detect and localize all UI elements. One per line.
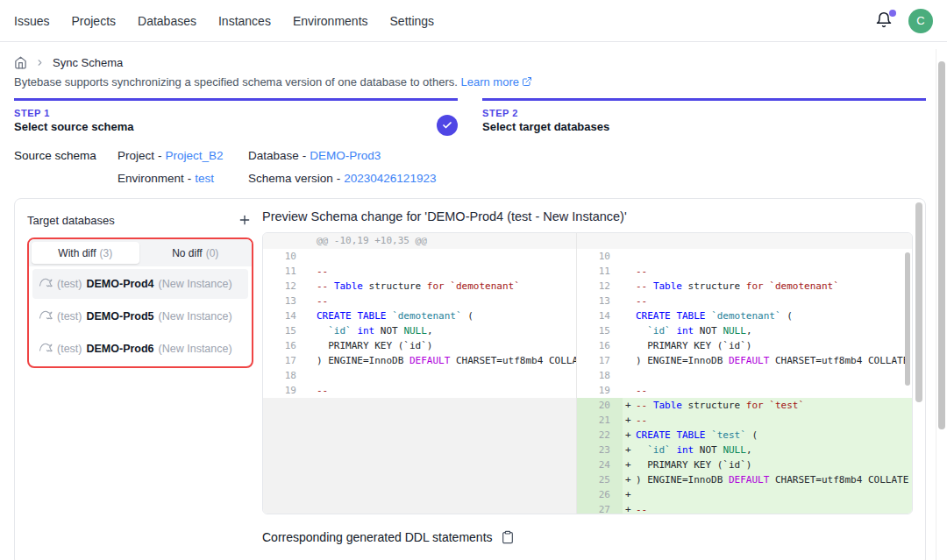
diff-row-added: 22+CREATE TABLE `test` ( — [577, 428, 912, 443]
line-number: 10 — [263, 249, 309, 264]
database-label: Database — [248, 149, 299, 162]
source-schema-summary: Source schema Project-Project_B2 Environ… — [14, 149, 926, 185]
sync-schema-card: Target databases With diff (3) No diff (… — [14, 198, 926, 560]
added-line-marker: + — [623, 428, 636, 443]
home-icon[interactable] — [14, 56, 27, 69]
copy-icon[interactable] — [501, 530, 515, 544]
mysql-icon — [39, 276, 53, 293]
diff-row: 17) ENGINE=InnoDB DEFAULT CHARSET=utf8mb… — [263, 353, 576, 368]
schema-version-link[interactable]: 20230426121923 — [344, 172, 436, 185]
diff-filter-tabs: With diff (3) No diff (0) — [29, 239, 252, 266]
nav-item-environments[interactable]: Environments — [293, 14, 368, 28]
line-number: 17 — [577, 353, 623, 368]
diff-row-added: 20+-- Table structure for `test` — [577, 398, 912, 413]
card-scrollbar[interactable] — [915, 202, 922, 402]
diff-hunk-header: @@ -10,19 +10,35 @@ — [263, 233, 576, 249]
learn-more-link[interactable]: Learn more — [460, 75, 518, 89]
code-line: -- — [309, 264, 576, 279]
diff-row: 14CREATE TABLE `demotenant` ( — [263, 308, 576, 323]
target-database-item-demo-prod5[interactable]: (test) DEMO-Prod5 (New Instance) — [32, 301, 248, 331]
page-scrollbar-thumb[interactable] — [938, 61, 945, 429]
diff-row-added: 21+-- — [577, 413, 912, 428]
project-link[interactable]: Project_B2 — [166, 149, 224, 162]
added-line-marker: + — [623, 413, 636, 428]
source-schema-label: Source schema — [14, 149, 117, 185]
added-line-marker: + — [623, 443, 636, 457]
code-line: -- — [623, 294, 912, 308]
external-link-icon — [519, 75, 532, 89]
nav-item-databases[interactable]: Databases — [138, 14, 196, 28]
notifications-button[interactable] — [875, 11, 894, 31]
code-line: ) ENGINE=InnoDB DEFAULT CHARSET=utf8mb4 … — [309, 353, 576, 368]
target-database-item-demo-prod6[interactable]: (test) DEMO-Prod6 (New Instance) — [32, 334, 248, 364]
avatar[interactable]: C — [908, 9, 933, 33]
diff-editor-scrollbar[interactable] — [905, 252, 910, 386]
code-line: PRIMARY KEY (`id`) — [309, 338, 576, 353]
diff-row: 11-- — [263, 264, 576, 279]
line-number: 18 — [577, 368, 623, 383]
code-line — [309, 368, 576, 383]
tab-with-diff-count: (3) — [99, 247, 112, 259]
code-line: `id` int NOT NULL, — [623, 323, 912, 338]
line-number: 11 — [263, 264, 309, 279]
code-line — [309, 249, 576, 264]
diff-left-filler — [263, 398, 576, 514]
code-line: +CREATE TABLE `test` ( — [623, 428, 912, 443]
db-env: (test) — [57, 278, 82, 290]
ddl-section-title: Corresponding generated DDL statements — [262, 530, 493, 544]
tab-with-diff[interactable]: With diff (3) — [32, 242, 139, 264]
diff-row: 12-- Table structure for `demotenant` — [263, 279, 576, 294]
line-number: 13 — [577, 294, 623, 308]
intro-description: Bytebase supports synchronizing a specif… — [14, 75, 458, 89]
code-line: -- — [309, 294, 576, 308]
step-2-title: Select target databases — [482, 120, 926, 133]
line-number: 19 — [577, 383, 623, 398]
separator: - — [337, 172, 341, 185]
db-suffix: (New Instance) — [159, 310, 232, 323]
nav-item-issues[interactable]: Issues — [14, 14, 49, 28]
line-number: 15 — [577, 323, 623, 338]
code-line: + PRIMARY KEY (`id`) — [623, 457, 912, 472]
nav-item-settings[interactable]: Settings — [390, 14, 435, 28]
nav-item-projects[interactable]: Projects — [71, 14, 116, 28]
line-number: 12 — [263, 279, 309, 294]
code-line: -- Table structure for `demotenant` — [309, 279, 576, 294]
source-database-field: Database-DEMO-Prod3 — [248, 149, 436, 162]
added-line-marker: + — [623, 398, 636, 413]
environment-link[interactable]: test — [195, 172, 214, 185]
step-1-label: STEP 1 — [14, 108, 458, 118]
code-line: -- Table structure for `demotenant` — [623, 279, 912, 294]
database-link[interactable]: DEMO-Prod3 — [310, 149, 381, 162]
nav-item-instances[interactable]: Instances — [218, 14, 271, 28]
db-suffix: (New Instance) — [159, 343, 232, 355]
diff-row: 10 — [263, 249, 576, 264]
page-scrollbar[interactable] — [936, 49, 947, 560]
source-environment-field: Environment-test — [117, 172, 248, 185]
preview-title: Preview Schema change for 'DEMO-Prod4 (t… — [262, 209, 913, 223]
diff-row: 10 — [577, 249, 912, 264]
target-database-item-demo-prod4[interactable]: (test) DEMO-Prod4 (New Instance) — [32, 269, 248, 299]
schema-version-label: Schema version — [248, 172, 333, 185]
diff-row: 16 PRIMARY KEY (`id`) — [263, 338, 576, 353]
tab-with-diff-label: With diff — [58, 247, 96, 259]
environment-label: Environment — [117, 172, 184, 185]
diff-row: 19-- — [263, 383, 576, 398]
add-target-database-button[interactable] — [236, 211, 253, 229]
diff-editor[interactable]: @@ -10,19 +10,35 @@ 1011--12-- Table str… — [262, 232, 913, 514]
tab-no-diff[interactable]: No diff (0) — [142, 242, 250, 264]
line-number: 19 — [263, 383, 309, 398]
code-line: + `id` int NOT NULL, — [623, 443, 912, 457]
tab-no-diff-label: No diff — [172, 247, 202, 259]
step-2-label: STEP 2 — [482, 108, 926, 118]
db-name: DEMO-Prod5 — [86, 310, 153, 323]
code-line: -- — [309, 383, 576, 398]
line-number: 25 — [577, 472, 623, 487]
mysql-icon — [39, 308, 53, 325]
diff-row: 13-- — [577, 294, 912, 308]
step-2: STEP 2 Select target databases — [482, 98, 926, 133]
diff-row-added: 25+) ENGINE=InnoDB DEFAULT CHARSET=utf8m… — [577, 472, 912, 487]
diff-row: 13-- — [263, 294, 576, 308]
code-line: PRIMARY KEY (`id`) — [623, 338, 912, 353]
schema-change-preview: Preview Schema change for 'DEMO-Prod4 (t… — [262, 209, 913, 555]
db-name: DEMO-Prod4 — [86, 278, 153, 290]
